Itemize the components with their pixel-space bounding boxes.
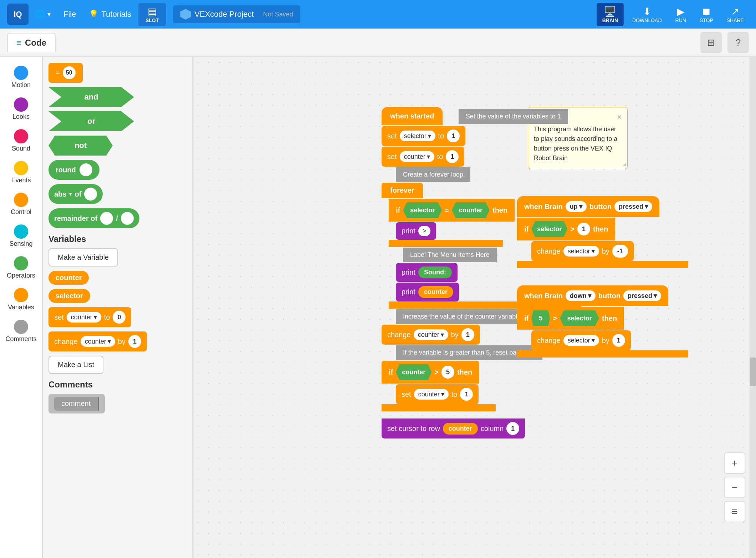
app-logo[interactable]: IQ — [7, 4, 29, 25]
remainder-block-row: remainder of / — [48, 208, 186, 228]
when-label2: when Brain — [524, 292, 563, 300]
sel-dd-icon4: ▾ — [592, 336, 595, 344]
remainder-block[interactable]: remainder of / — [48, 208, 139, 228]
down-dropdown[interactable]: down ▾ — [566, 290, 596, 301]
nav-actions: 🖥️ BRAIN ⬇ DOWNLOAD ▶ RUN ⏹ STOP ↗ SHARE — [597, 3, 749, 26]
make-list-button[interactable]: Make a List — [48, 356, 103, 374]
print-gt-value[interactable]: > — [418, 226, 431, 236]
round-block-row: round — [48, 160, 186, 180]
note-close-button[interactable]: ✕ — [617, 113, 622, 122]
change-counter-canvas[interactable]: change counter ▾ by 1 — [382, 325, 480, 345]
if-selector-counter-block[interactable]: if selector = counter then — [389, 199, 515, 222]
code-tab-icon: ≡ — [16, 38, 21, 48]
zoom-in-button[interactable]: + — [724, 452, 745, 474]
cnt-dd3[interactable]: counter ▾ — [414, 389, 449, 400]
and-block[interactable]: and — [48, 87, 134, 107]
column-val[interactable]: 1 — [506, 422, 519, 435]
change-by-val[interactable]: 1 — [461, 328, 474, 341]
change-counter-block[interactable]: change counter ▾ by 1 — [48, 331, 147, 351]
help-button[interactable]: ? — [727, 32, 749, 53]
code-tab[interactable]: ≡ Code — [7, 33, 56, 52]
print-counter-block[interactable]: print counter — [396, 283, 459, 301]
change-value[interactable]: 1 — [128, 335, 141, 348]
run-button[interactable]: ▶ RUN — [670, 4, 691, 25]
change-cnt-dd[interactable]: counter ▾ — [414, 329, 448, 340]
sidebar-item-events[interactable]: Events — [0, 158, 42, 187]
remainder-input2[interactable] — [121, 212, 134, 225]
counter-variable-block[interactable]: counter — [48, 271, 89, 285]
equals-value[interactable]: 50 — [63, 66, 76, 79]
download-button[interactable]: ⬇ DOWNLOAD — [627, 4, 666, 25]
sel-dd4[interactable]: selector ▾ — [563, 335, 599, 346]
counter-dd-icon: ▾ — [94, 313, 97, 321]
or-block[interactable]: or — [48, 111, 134, 131]
make-variable-button[interactable]: Make a Variable — [48, 248, 118, 267]
cnt-dd-icon2: ▾ — [427, 153, 430, 161]
to-label3: to — [451, 390, 458, 399]
up-dropdown[interactable]: up ▾ — [566, 201, 587, 212]
set-counter-block[interactable]: set counter ▾ to 0 — [48, 307, 131, 327]
zoom-out-icon: − — [732, 482, 737, 493]
pressed-dropdown1[interactable]: pressed ▾ — [614, 201, 652, 212]
print-gt-block[interactable]: print > — [396, 222, 436, 240]
selector-dd1[interactable]: selector ▾ — [400, 131, 435, 141]
print-sound-block[interactable]: print Sound: — [396, 263, 458, 282]
globe-button[interactable]: 🌐 ▾ — [36, 10, 51, 19]
when-started-block[interactable]: when started — [382, 107, 443, 125]
set-counter-1-block[interactable]: set counter ▾ to 1 — [396, 384, 479, 404]
abs-block[interactable]: abs ▾ of — [48, 184, 103, 204]
if-selector-1-block[interactable]: if selector > 1 then — [517, 218, 615, 240]
sidebar-item-sound[interactable]: Sound — [0, 126, 42, 155]
change-counter-dropdown[interactable]: counter ▾ — [81, 336, 115, 347]
counter-dd2[interactable]: counter ▾ — [400, 151, 434, 162]
cnt-val2[interactable]: 1 — [446, 150, 459, 163]
file-menu[interactable]: File — [58, 10, 82, 19]
not-block[interactable]: not — [48, 136, 113, 156]
remainder-input1[interactable] — [100, 212, 113, 225]
sidebar-item-looks[interactable]: Looks — [0, 95, 42, 123]
tutorials-menu[interactable]: 💡 Tutorials — [89, 10, 131, 19]
sidebar-item-comments[interactable]: Comments — [0, 317, 42, 346]
zoom-out-button[interactable]: − — [724, 477, 745, 498]
sidebar-item-variables[interactable]: Variables — [0, 285, 42, 314]
selector-variable-block[interactable]: selector — [48, 289, 90, 303]
one-val2[interactable]: 1 — [612, 334, 625, 347]
cnt-val3[interactable]: 1 — [460, 388, 473, 401]
share-button[interactable]: ↗ SHARE — [722, 4, 749, 25]
brain-button[interactable]: 🖥️ BRAIN — [597, 3, 624, 26]
note-resize-handle[interactable]: ◢ — [623, 161, 626, 167]
set-cursor-block[interactable]: set cursor to row counter column 1 — [382, 418, 525, 438]
set-counter-canvas-block[interactable]: set counter ▾ to 1 — [382, 147, 464, 167]
grid-view-button[interactable]: ⊞ — [700, 32, 722, 53]
sidebar-item-operators[interactable]: Operators — [0, 253, 42, 282]
set-selector-block[interactable]: set selector ▾ to 1 — [382, 126, 465, 146]
cnt-icon3: ▾ — [441, 390, 444, 398]
scrollbar-thumb[interactable] — [750, 357, 756, 386]
brain-up-event[interactable]: when Brain up ▾ button pressed ▾ — [517, 196, 659, 217]
canvas-scrollbar[interactable] — [750, 57, 756, 558]
sel-val1[interactable]: 1 — [447, 130, 460, 142]
sidebar-item-sensing[interactable]: Sensing — [0, 222, 42, 250]
counter-dropdown[interactable]: counter ▾ — [67, 312, 101, 323]
set-value[interactable]: 0 — [113, 311, 126, 324]
comment-block[interactable]: comment — [48, 394, 105, 414]
change-selector-1-block[interactable]: change selector ▾ by 1 — [531, 330, 631, 350]
sidebar-item-control[interactable]: Control — [0, 190, 42, 219]
stop-button[interactable]: ⏹ STOP — [695, 4, 718, 25]
abs-input[interactable] — [84, 188, 97, 201]
m1-val[interactable]: -1 — [612, 245, 628, 258]
zoom-fit-button[interactable]: ≡ — [724, 501, 745, 522]
slot-button[interactable]: ▤ SLOT — [138, 3, 166, 26]
sidebar-item-motion[interactable]: Motion — [0, 63, 42, 92]
round-block[interactable]: round — [48, 160, 99, 180]
if-5-selector-block[interactable]: if 5 > selector then — [517, 307, 624, 330]
top-navigation: IQ 🌐 ▾ File 💡 Tutorials ▤ SLOT VEXcode P… — [0, 0, 756, 29]
forever-block[interactable]: forever — [382, 183, 423, 198]
brain-down-event[interactable]: when Brain down ▾ button pressed ▾ — [517, 285, 668, 306]
change-selector-m1-block[interactable]: change selector ▾ by -1 — [531, 241, 634, 261]
pressed-dropdown2[interactable]: pressed ▾ — [623, 290, 661, 301]
abs-dropdown-icon[interactable]: ▾ — [69, 191, 72, 197]
sel-dd3[interactable]: selector ▾ — [563, 246, 599, 257]
if-counter-5-block[interactable]: if counter > 5 then — [382, 361, 479, 384]
round-input[interactable] — [80, 163, 92, 176]
